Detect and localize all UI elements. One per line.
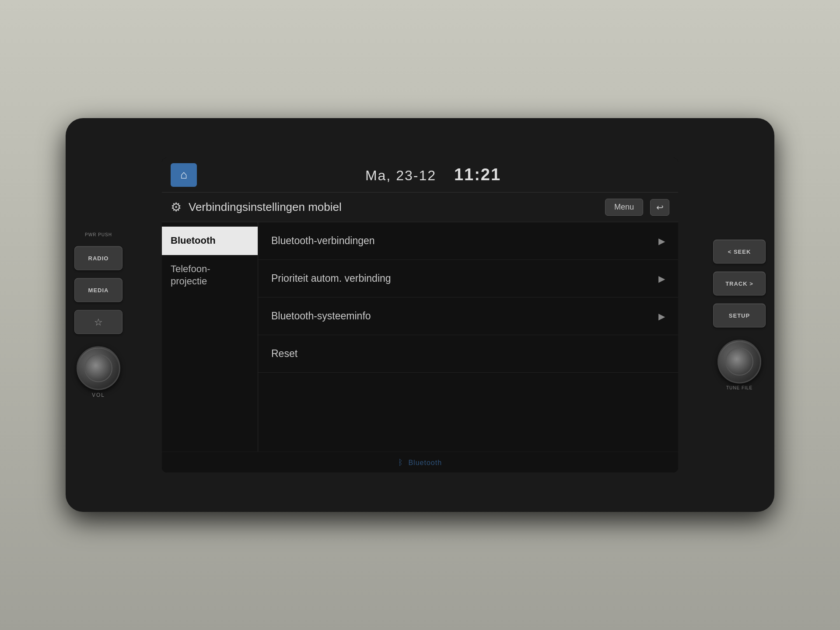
vol-label: VOL <box>92 392 105 398</box>
menu-item-reset[interactable]: Reset <box>258 335 678 373</box>
left-control-panel: PWR PUSH RADIO MEDIA ☆ VOL <box>74 232 122 398</box>
chevron-right-icon-0: ▶ <box>658 236 665 246</box>
screen-header: ⌂ Ma, 23-12 11:21 <box>162 158 678 192</box>
back-button[interactable]: ↩ <box>650 199 669 216</box>
sidebar-item-bluetooth[interactable]: Bluetooth <box>162 227 258 255</box>
menu-item-bt-verbindingen[interactable]: Bluetooth-verbindingen ▶ <box>258 222 678 260</box>
menu-item-bt-systeeminfo-label: Bluetooth-systeeminfo <box>271 310 658 322</box>
media-button[interactable]: MEDIA <box>74 278 122 302</box>
right-control-panel: < SEEK TRACK > SETUP TUNE FILE <box>713 240 766 391</box>
pwr-push-label: PWR PUSH <box>85 232 112 238</box>
favorites-button[interactable]: ☆ <box>74 310 122 334</box>
datetime-display: Ma, 23-12 11:21 <box>197 165 669 184</box>
screen-content: Bluetooth Telefoon-projectie Bluetooth-v… <box>162 222 678 452</box>
menu-button[interactable]: Menu <box>605 199 643 216</box>
bluetooth-logo: ᛒ Bluetooth <box>398 458 442 467</box>
home-icon: ⌂ <box>180 168 187 182</box>
tune-file-label: TUNE FILE <box>726 385 752 391</box>
volume-knob[interactable] <box>77 346 120 390</box>
menu-item-bt-verbindingen-label: Bluetooth-verbindingen <box>271 235 658 247</box>
menu-items-list: Bluetooth-verbindingen ▶ Prioriteit auto… <box>258 222 678 452</box>
radio-button[interactable]: RADIO <box>74 246 122 270</box>
menu-item-prioriteit-label: Prioriteit autom. verbinding <box>271 273 658 284</box>
bluetooth-footer-label: Bluetooth <box>408 459 442 466</box>
seek-button[interactable]: < SEEK <box>713 240 766 264</box>
tune-knob-container: TUNE FILE <box>718 340 761 391</box>
car-infotainment-unit: PWR PUSH RADIO MEDIA ☆ VOL ⌂ Ma, 23-12 1… <box>66 118 774 512</box>
setup-button[interactable]: SETUP <box>713 304 766 328</box>
page-title: Verbindingsinstellingen mobiel <box>189 200 598 214</box>
star-icon: ☆ <box>94 316 103 328</box>
menu-item-bt-systeeminfo[interactable]: Bluetooth-systeeminfo ▶ <box>258 298 678 335</box>
chevron-right-icon-2: ▶ <box>658 311 665 322</box>
sidebar-item-telefoon-projectie[interactable]: Telefoon-projectie <box>162 255 258 296</box>
menu-item-prioriteit[interactable]: Prioriteit autom. verbinding ▶ <box>258 260 678 298</box>
time-display: 11:21 <box>454 165 501 184</box>
menu-item-reset-label: Reset <box>271 348 665 360</box>
chevron-right-icon-1: ▶ <box>658 273 665 284</box>
volume-knob-container: VOL <box>77 346 120 398</box>
title-row: ⚙ Verbindingsinstellingen mobiel Menu ↩ <box>162 192 678 222</box>
settings-icon: ⚙ <box>171 200 182 214</box>
date-display: Ma, 23-12 <box>365 168 436 183</box>
tune-knob[interactable] <box>718 340 761 384</box>
home-button[interactable]: ⌂ <box>171 163 197 187</box>
screen-footer: ᛒ Bluetooth <box>162 452 678 472</box>
category-sidebar: Bluetooth Telefoon-projectie <box>162 222 258 452</box>
track-button[interactable]: TRACK > <box>713 272 766 296</box>
bluetooth-symbol-icon: ᛒ <box>398 458 403 467</box>
infotainment-screen: ⌂ Ma, 23-12 11:21 ⚙ Verbindingsinstellin… <box>162 158 678 472</box>
